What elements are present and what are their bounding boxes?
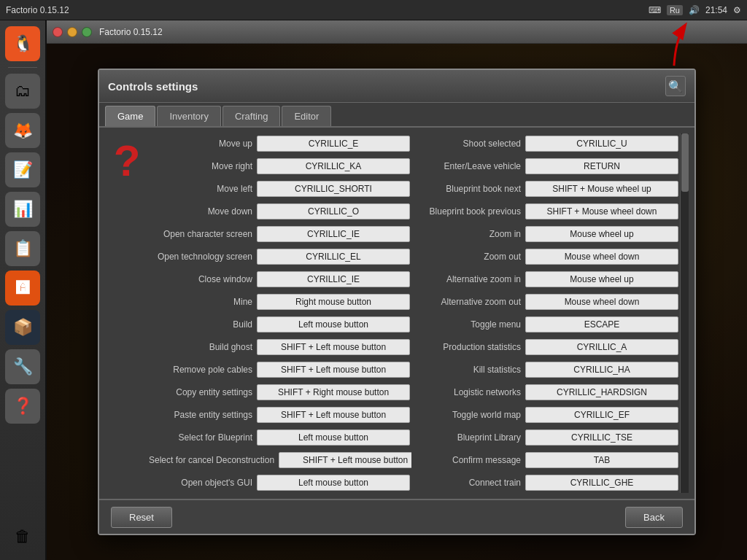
window-minimize-button[interactable] (67, 27, 77, 37)
control-key-button[interactable]: Mouse wheel down (525, 294, 678, 310)
dialog-footer: Reset Back (99, 499, 694, 534)
control-key-button[interactable]: Mouse wheel up (525, 271, 678, 287)
writer-icon[interactable]: 📝 (5, 152, 40, 187)
tab-inventory[interactable]: Inventory (157, 106, 220, 126)
control-row: Move downCYRILLIC_O (149, 201, 410, 222)
control-row: Remove pole cablesSHIFT + Left mouse but… (149, 359, 410, 380)
files-icon[interactable]: 🗂 (5, 74, 40, 109)
control-label: Blueprint book previous (417, 206, 525, 217)
control-row: Select for BlueprintLeft mouse button (149, 427, 410, 448)
control-label: Move left (149, 184, 257, 194)
trash-icon[interactable]: 🗑 (5, 519, 40, 554)
control-key-button[interactable]: CYRILLIC_U (525, 136, 678, 152)
control-key-button[interactable]: RETURN (525, 158, 678, 174)
control-label: Select for cancel Deconstruction (149, 455, 279, 465)
control-row: Open character screenCYRILLIC_IE (149, 224, 410, 244)
dialog-overlay: Controls settings 🔍 Game Inventory Craft… (47, 44, 747, 560)
control-key-button[interactable]: SHIFT + Left mouse button (257, 339, 410, 355)
control-key-button[interactable]: CYRILLIC_HARDSIGN (525, 384, 678, 400)
control-key-button[interactable]: SHIFT + Left mouse button (257, 407, 410, 423)
control-key-button[interactable]: CYRILLIC_SHORTI (257, 181, 410, 197)
tab-crafting[interactable]: Crafting (222, 106, 281, 126)
control-row: Move rightCYRILLIC_KA (149, 156, 410, 176)
control-row: Alternative zoom inMouse wheel up (417, 269, 678, 289)
control-key-button[interactable]: CYRILLIC_GHE (525, 475, 678, 491)
control-row: Toggle menuESCAPE (417, 314, 678, 335)
control-key-button[interactable]: Mouse wheel down (525, 249, 678, 265)
dialog-titlebar: Controls settings 🔍 (99, 70, 694, 103)
control-row: Kill statisticsCYRILLIC_HA (417, 359, 678, 380)
control-row: Build ghostSHIFT + Left mouse button (149, 337, 410, 357)
help-icon[interactable]: ❓ (5, 389, 40, 424)
clock: 21:54 (705, 5, 727, 15)
control-key-button[interactable]: Left mouse button (257, 475, 410, 491)
control-label: Zoom in (417, 229, 525, 239)
control-label: Mine (149, 297, 257, 307)
keyboard-icon: ⌨ (649, 5, 661, 15)
control-key-button[interactable]: CYRILLIC_TSE (525, 429, 678, 446)
amazon-icon[interactable]: 📦 (5, 310, 40, 345)
scrollbar-track[interactable] (680, 133, 689, 493)
tab-editor[interactable]: Editor (282, 106, 331, 126)
control-row: Select for cancel DeconstructionSHIFT + … (149, 450, 410, 470)
control-key-button[interactable]: CYRILLIC_EL (257, 249, 410, 265)
control-key-button[interactable]: CYRILLIC_IE (257, 271, 410, 287)
lang-indicator[interactable]: Ru (667, 5, 683, 15)
control-label: Paste entity settings (149, 410, 257, 420)
control-label: Logistic networks (417, 387, 525, 397)
search-button[interactable]: 🔍 (665, 76, 686, 96)
control-row: Connect trainCYRILLIC_GHE (417, 472, 678, 493)
control-key-button[interactable]: CYRILLIC_A (525, 339, 678, 355)
control-row: MineRight mouse button (149, 292, 410, 312)
control-key-button[interactable]: Left mouse button (257, 316, 410, 332)
control-key-button[interactable]: SHIFT + Mouse wheel up (525, 181, 678, 197)
dialog-content: ? Move upCYRILLIC_EMove rightCYRILLIC_KA… (99, 128, 694, 499)
impress-icon[interactable]: 📋 (5, 231, 40, 266)
control-label: Select for Blueprint (149, 432, 257, 443)
control-key-button[interactable]: CYRILLIC_E (257, 136, 410, 152)
system-icon[interactable]: 🔧 (5, 349, 40, 384)
redapp-icon[interactable]: 🅰 (5, 271, 40, 306)
back-button[interactable]: Back (625, 507, 683, 528)
control-key-button[interactable]: SHIFT + Left mouse button (257, 362, 410, 378)
control-label: Open object's GUI (149, 478, 257, 488)
control-label: Remove pole cables (149, 365, 257, 375)
control-label: Move up (149, 139, 257, 149)
control-key-button[interactable]: CYRILLIC_O (257, 203, 410, 219)
scrollbar-thumb[interactable] (681, 133, 689, 192)
control-key-button[interactable]: TAB (525, 452, 678, 468)
control-key-button[interactable]: SHIFT + Mouse wheel down (525, 203, 678, 219)
control-key-button[interactable]: CYRILLIC_IE (257, 226, 410, 242)
control-row: Shoot selectedCYRILLIC_U (417, 133, 678, 154)
control-key-button[interactable]: ESCAPE (525, 316, 678, 332)
controls-columns: Move upCYRILLIC_EMove rightCYRILLIC_KAMo… (149, 133, 680, 493)
control-label: Shoot selected (417, 139, 525, 149)
sidebar-separator-1 (8, 67, 37, 68)
control-label: Kill statistics (417, 365, 525, 375)
control-row: Blueprint LibraryCYRILLIC_TSE (417, 427, 678, 448)
control-key-button[interactable]: CYRILLIC_EF (525, 407, 678, 423)
control-row: Production statisticsCYRILLIC_A (417, 337, 678, 357)
control-key-button[interactable]: Left mouse button (257, 429, 410, 446)
firefox-icon[interactable]: 🦊 (5, 113, 40, 148)
control-key-button[interactable]: CYRILLIC_HA (525, 362, 678, 378)
control-row: Zoom outMouse wheel down (417, 246, 678, 267)
window-close-button[interactable] (53, 27, 63, 37)
tab-game[interactable]: Game (105, 106, 155, 126)
ubuntu-icon[interactable]: 🐧 (5, 26, 40, 61)
tabs-container: Game Inventory Crafting Editor (99, 103, 694, 128)
question-mark-char: ? (114, 139, 141, 183)
window-maximize-button[interactable] (82, 27, 92, 37)
calc-icon[interactable]: 📊 (5, 192, 40, 227)
control-key-button[interactable]: Mouse wheel up (525, 226, 678, 242)
reset-button[interactable]: Reset (111, 507, 172, 528)
os-topbar: Factorio 0.15.12 ⌨ Ru 🔊 21:54 ⚙ (0, 0, 747, 20)
control-key-button[interactable]: SHIFT + Right mouse button (257, 384, 410, 400)
left-controls-column: Move upCYRILLIC_EMove rightCYRILLIC_KAMo… (149, 133, 411, 493)
control-row: Open technology screenCYRILLIC_EL (149, 246, 410, 267)
control-row: Alternative zoom outMouse wheel down (417, 292, 678, 312)
control-key-button[interactable]: SHIFT + Left mouse button (279, 452, 411, 468)
control-key-button[interactable]: Right mouse button (257, 294, 410, 310)
settings-icon[interactable]: ⚙ (733, 5, 741, 15)
control-key-button[interactable]: CYRILLIC_KA (257, 158, 410, 174)
